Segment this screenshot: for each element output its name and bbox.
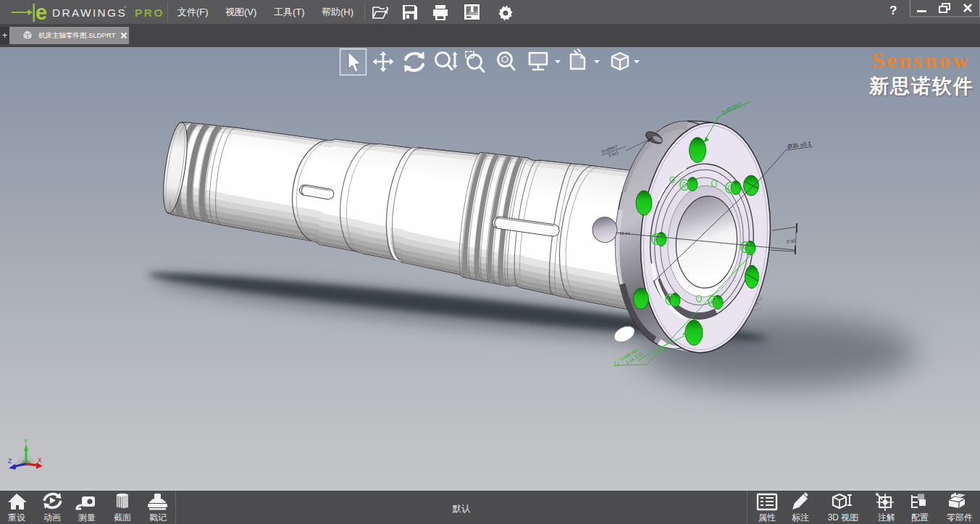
svg-text:重设: 重设 <box>8 512 25 523</box>
svg-text:PRO: PRO <box>135 7 164 19</box>
svg-text:注解: 注解 <box>878 512 895 523</box>
svg-text:°: ° <box>124 5 126 12</box>
svg-text:12 ±1: 12 ±1 <box>619 231 631 236</box>
svg-text:DRAWINGS: DRAWINGS <box>52 7 127 19</box>
svg-text:Y: Y <box>24 438 28 445</box>
svg-text:标注: 标注 <box>792 512 809 523</box>
svg-text:配置: 配置 <box>911 512 929 523</box>
svg-text:截面: 截面 <box>114 512 131 523</box>
svg-text:Z: Z <box>8 457 12 465</box>
svg-text:动画: 动画 <box>43 512 61 523</box>
svg-text:3D 视图: 3D 视图 <box>828 512 859 523</box>
svg-text:零部件: 零部件 <box>947 512 973 523</box>
svg-text:默认: 默认 <box>453 504 472 514</box>
svg-text:测量: 测量 <box>78 512 96 523</box>
svg-text:X: X <box>38 457 42 464</box>
svg-text:属性: 属性 <box>758 512 776 523</box>
svg-text:e: e <box>35 3 47 22</box>
svg-text:戳记: 戳记 <box>149 512 167 523</box>
